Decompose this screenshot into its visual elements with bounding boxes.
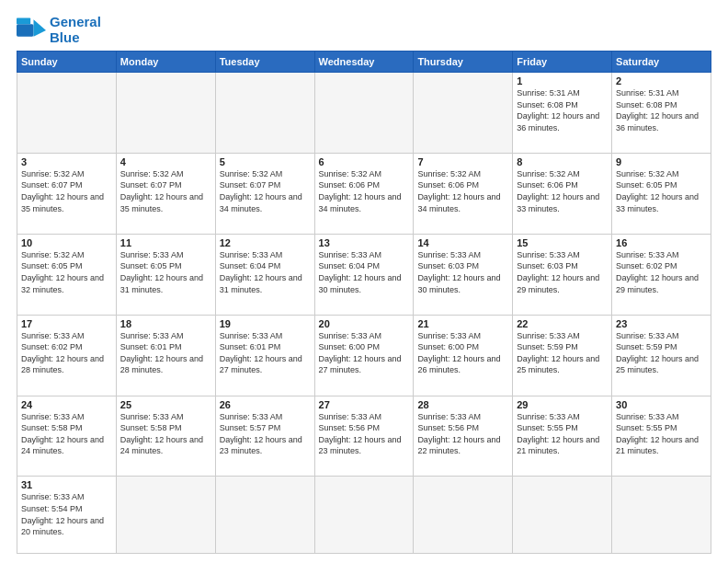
calendar-cell-3-3: 20Sunrise: 5:33 AM Sunset: 6:00 PM Dayli… — [314, 315, 414, 396]
day-info: Sunrise: 5:32 AM Sunset: 6:07 PM Dayligh… — [21, 168, 112, 214]
day-number: 2 — [616, 75, 707, 86]
logo-blue: Blue — [50, 29, 80, 45]
calendar-cell-3-1: 18Sunrise: 5:33 AM Sunset: 6:01 PM Dayli… — [116, 315, 215, 396]
calendar-cell-5-1 — [116, 477, 215, 554]
day-info: Sunrise: 5:33 AM Sunset: 6:00 PM Dayligh… — [319, 330, 410, 376]
calendar-cell-2-1: 11Sunrise: 5:33 AM Sunset: 6:05 PM Dayli… — [116, 234, 215, 315]
weekday-header-row: SundayMondayTuesdayWednesdayThursdayFrid… — [17, 52, 711, 73]
week-row-2: 10Sunrise: 5:32 AM Sunset: 6:05 PM Dayli… — [17, 234, 711, 315]
calendar-cell-2-4: 14Sunrise: 5:33 AM Sunset: 6:03 PM Dayli… — [414, 234, 513, 315]
day-info: Sunrise: 5:33 AM Sunset: 6:02 PM Dayligh… — [616, 249, 707, 295]
day-info: Sunrise: 5:32 AM Sunset: 6:07 PM Dayligh… — [120, 168, 211, 214]
day-number: 1 — [517, 75, 608, 86]
calendar-cell-5-5 — [513, 477, 612, 554]
svg-rect-0 — [17, 24, 34, 36]
day-info: Sunrise: 5:33 AM Sunset: 6:04 PM Dayligh… — [220, 249, 311, 295]
day-info: Sunrise: 5:33 AM Sunset: 5:59 PM Dayligh… — [517, 330, 608, 376]
day-number: 8 — [517, 156, 608, 167]
calendar-cell-2-6: 16Sunrise: 5:33 AM Sunset: 6:02 PM Dayli… — [612, 234, 711, 315]
day-info: Sunrise: 5:33 AM Sunset: 5:55 PM Dayligh… — [517, 411, 608, 457]
page: General Blue SundayMondayTuesdayWednesda… — [0, 0, 728, 563]
calendar-cell-0-6: 2Sunrise: 5:31 AM Sunset: 6:08 PM Daylig… — [612, 73, 711, 154]
calendar-cell-5-6 — [612, 477, 711, 554]
calendar-cell-3-6: 23Sunrise: 5:33 AM Sunset: 5:59 PM Dayli… — [612, 315, 711, 396]
calendar-cell-1-4: 7Sunrise: 5:32 AM Sunset: 6:06 PM Daylig… — [414, 153, 513, 234]
calendar-cell-5-4 — [414, 477, 513, 554]
calendar-cell-2-5: 15Sunrise: 5:33 AM Sunset: 6:03 PM Dayli… — [513, 234, 612, 315]
day-number: 17 — [21, 318, 112, 329]
calendar-cell-3-0: 17Sunrise: 5:33 AM Sunset: 6:02 PM Dayli… — [17, 315, 117, 396]
calendar-cell-1-5: 8Sunrise: 5:32 AM Sunset: 6:06 PM Daylig… — [513, 153, 612, 234]
weekday-header-friday: Friday — [513, 52, 612, 73]
day-info: Sunrise: 5:32 AM Sunset: 6:07 PM Dayligh… — [220, 168, 311, 214]
day-number: 14 — [417, 237, 508, 248]
weekday-header-monday: Monday — [116, 52, 215, 73]
day-info: Sunrise: 5:33 AM Sunset: 5:58 PM Dayligh… — [21, 411, 112, 457]
day-number: 24 — [21, 399, 112, 410]
day-info: Sunrise: 5:32 AM Sunset: 6:05 PM Dayligh… — [616, 168, 707, 214]
day-number: 22 — [517, 318, 608, 329]
week-row-4: 24Sunrise: 5:33 AM Sunset: 5:58 PM Dayli… — [17, 396, 711, 477]
calendar-cell-0-5: 1Sunrise: 5:31 AM Sunset: 6:08 PM Daylig… — [513, 73, 612, 154]
day-info: Sunrise: 5:33 AM Sunset: 5:59 PM Dayligh… — [616, 330, 707, 376]
calendar-cell-3-5: 22Sunrise: 5:33 AM Sunset: 5:59 PM Dayli… — [513, 315, 612, 396]
day-number: 5 — [220, 156, 311, 167]
day-info: Sunrise: 5:32 AM Sunset: 6:06 PM Dayligh… — [417, 168, 508, 214]
svg-marker-1 — [34, 19, 46, 37]
calendar-cell-1-3: 6Sunrise: 5:32 AM Sunset: 6:06 PM Daylig… — [314, 153, 414, 234]
calendar-cell-1-2: 5Sunrise: 5:32 AM Sunset: 6:07 PM Daylig… — [215, 153, 314, 234]
calendar-cell-4-5: 29Sunrise: 5:33 AM Sunset: 5:55 PM Dayli… — [513, 396, 612, 477]
calendar-cell-4-6: 30Sunrise: 5:33 AM Sunset: 5:55 PM Dayli… — [612, 396, 711, 477]
calendar-cell-5-3 — [314, 477, 414, 554]
day-number: 12 — [220, 237, 311, 248]
day-number: 23 — [616, 318, 707, 329]
day-info: Sunrise: 5:33 AM Sunset: 6:05 PM Dayligh… — [120, 249, 211, 295]
day-info: Sunrise: 5:33 AM Sunset: 5:58 PM Dayligh… — [120, 411, 211, 457]
day-number: 29 — [517, 399, 608, 410]
weekday-header-thursday: Thursday — [414, 52, 513, 73]
calendar-cell-0-3 — [314, 73, 414, 154]
day-info: Sunrise: 5:32 AM Sunset: 6:05 PM Dayligh… — [21, 249, 112, 295]
week-row-5: 31Sunrise: 5:33 AM Sunset: 5:54 PM Dayli… — [17, 477, 711, 554]
calendar-cell-4-0: 24Sunrise: 5:33 AM Sunset: 5:58 PM Dayli… — [17, 396, 117, 477]
day-info: Sunrise: 5:33 AM Sunset: 6:04 PM Dayligh… — [319, 249, 410, 295]
weekday-header-wednesday: Wednesday — [314, 52, 414, 73]
day-number: 26 — [220, 399, 311, 410]
calendar-cell-2-3: 13Sunrise: 5:33 AM Sunset: 6:04 PM Dayli… — [314, 234, 414, 315]
calendar-cell-0-0 — [17, 73, 117, 154]
day-info: Sunrise: 5:33 AM Sunset: 5:54 PM Dayligh… — [21, 491, 112, 537]
day-number: 7 — [417, 156, 508, 167]
calendar-cell-5-0: 31Sunrise: 5:33 AM Sunset: 5:54 PM Dayli… — [17, 477, 117, 554]
week-row-0: 1Sunrise: 5:31 AM Sunset: 6:08 PM Daylig… — [17, 73, 711, 154]
svg-rect-2 — [17, 17, 30, 24]
day-number: 16 — [616, 237, 707, 248]
calendar-cell-2-0: 10Sunrise: 5:32 AM Sunset: 6:05 PM Dayli… — [17, 234, 117, 315]
calendar-cell-3-4: 21Sunrise: 5:33 AM Sunset: 6:00 PM Dayli… — [414, 315, 513, 396]
logo-text: General Blue — [50, 15, 101, 45]
day-info: Sunrise: 5:31 AM Sunset: 6:08 PM Dayligh… — [517, 87, 608, 133]
day-number: 30 — [616, 399, 707, 410]
calendar-cell-1-0: 3Sunrise: 5:32 AM Sunset: 6:07 PM Daylig… — [17, 153, 117, 234]
day-info: Sunrise: 5:33 AM Sunset: 6:00 PM Dayligh… — [417, 330, 508, 376]
day-number: 20 — [319, 318, 410, 329]
day-number: 9 — [616, 156, 707, 167]
logo-general: General — [50, 14, 101, 29]
day-info: Sunrise: 5:32 AM Sunset: 6:06 PM Dayligh… — [319, 168, 410, 214]
day-number: 31 — [21, 479, 112, 490]
calendar-cell-0-2 — [215, 73, 314, 154]
calendar-cell-3-2: 19Sunrise: 5:33 AM Sunset: 6:01 PM Dayli… — [215, 315, 314, 396]
calendar-cell-4-4: 28Sunrise: 5:33 AM Sunset: 5:56 PM Dayli… — [414, 396, 513, 477]
day-number: 4 — [120, 156, 211, 167]
calendar-cell-2-2: 12Sunrise: 5:33 AM Sunset: 6:04 PM Dayli… — [215, 234, 314, 315]
day-number: 6 — [319, 156, 410, 167]
weekday-header-sunday: Sunday — [17, 52, 117, 73]
calendar-cell-4-1: 25Sunrise: 5:33 AM Sunset: 5:58 PM Dayli… — [116, 396, 215, 477]
calendar-cell-1-6: 9Sunrise: 5:32 AM Sunset: 6:05 PM Daylig… — [612, 153, 711, 234]
day-number: 13 — [319, 237, 410, 248]
day-number: 25 — [120, 399, 211, 410]
calendar-cell-0-1 — [116, 73, 215, 154]
calendar-cell-5-2 — [215, 477, 314, 554]
day-number: 27 — [319, 399, 410, 410]
day-number: 19 — [220, 318, 311, 329]
day-info: Sunrise: 5:33 AM Sunset: 6:03 PM Dayligh… — [517, 249, 608, 295]
